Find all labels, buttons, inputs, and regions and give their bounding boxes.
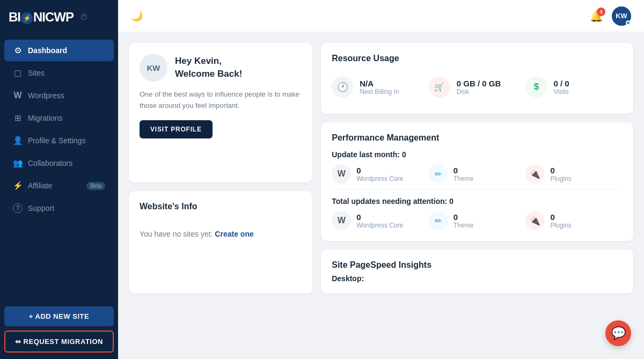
- pagespeed-title: Site PageSpeed Insights: [332, 260, 623, 270]
- welcome-avatar: KW: [140, 54, 167, 82]
- header-left: 🌙: [131, 10, 143, 22]
- attention-title: Total updates needing attention: 0: [332, 197, 623, 206]
- online-indicator: [626, 20, 631, 25]
- divider: [332, 189, 623, 189]
- perf-item-theme-2: ✏ 0 Theme: [429, 211, 526, 230]
- plugin-2-label: Plugins: [550, 222, 571, 229]
- theme-2-info: 0 Theme: [453, 213, 473, 229]
- resource-item-disk: 🛒 0 GB / 0 GB Disk: [429, 71, 526, 103]
- header: 🌙 🔔 3 KW: [118, 0, 644, 32]
- theme-info: 0 Theme: [453, 166, 473, 182]
- theme-icon: ✏: [429, 164, 448, 184]
- welcome-title: Hey Kevin, Welcome Back!: [175, 55, 242, 80]
- collaborators-icon: 👥: [13, 158, 23, 168]
- content-area: KW Hey Kevin, Welcome Back! One of the b…: [118, 32, 644, 359]
- pagespeed-card: Site PageSpeed Insights Desktop:: [321, 250, 633, 294]
- main-content: 🌙 🔔 3 KW KW Hey Kevin,: [118, 0, 644, 359]
- theme-count: 0: [453, 166, 473, 175]
- sidebar-item-label: Dashboard: [28, 46, 67, 55]
- logo-text: BI⚡NICWP: [9, 10, 74, 25]
- wp-core-2-count: 0: [356, 213, 403, 222]
- affiliate-icon: ⚡: [13, 181, 23, 191]
- resource-item-visits: $ 0 / 0 Visits: [525, 71, 623, 103]
- migrations-icon: ⊞: [13, 113, 23, 123]
- sidebar-item-wordpress[interactable]: W Wordpress: [4, 85, 114, 106]
- resource-item-billing: 🕐 N/A Next Billing In: [332, 71, 429, 103]
- wordpress-icon: W: [13, 91, 23, 100]
- sidebar-item-collaborators[interactable]: 👥 Collaborators: [4, 152, 114, 174]
- sidebar-item-affiliate[interactable]: ⚡ Affiliate Beta: [4, 175, 114, 196]
- dark-mode-icon[interactable]: 🌙: [131, 10, 143, 22]
- perf-item-theme: ✏ 0 Theme: [429, 164, 526, 184]
- sidebar-item-label: Support: [28, 204, 54, 213]
- welcome-sub-greeting: Welcome Back!: [175, 69, 242, 79]
- clock-icon: ⏱: [80, 13, 87, 21]
- sidebar-item-migrations[interactable]: ⊞ Migrations: [4, 107, 114, 129]
- billing-value: N/A: [360, 79, 399, 88]
- plugin-info: 0 Plugins: [550, 166, 571, 182]
- sidebar-item-label: Wordpress: [28, 91, 64, 100]
- wp-core-icon-2: W: [332, 211, 351, 230]
- sidebar-item-label: Migrations: [28, 114, 63, 122]
- disk-label: Disk: [457, 88, 501, 96]
- no-sites-label: You have no sites yet.: [140, 230, 213, 238]
- no-sites-text: You have no sites yet. Create one: [140, 219, 302, 249]
- wp-core-count: 0: [356, 166, 403, 175]
- welcome-quote: One of the best ways to influence people…: [140, 89, 302, 112]
- welcome-avatar-initials: KW: [147, 63, 160, 72]
- header-right: 🔔 3 KW: [590, 6, 631, 26]
- billing-info: N/A Next Billing In: [360, 79, 399, 96]
- plugin-icon: 🔌: [525, 164, 545, 184]
- last-month-title: Update last month: 0: [332, 150, 623, 159]
- support-icon: ?: [13, 203, 23, 213]
- welcome-text: Hey Kevin, Welcome Back!: [175, 55, 242, 80]
- sidebar-item-sites[interactable]: ▢ Sites: [4, 62, 114, 84]
- plugin-label: Plugins: [550, 175, 571, 182]
- performance-card: Performance Management Update last month…: [321, 122, 633, 241]
- sidebar-item-label: Affiliate: [28, 181, 53, 190]
- visits-icon: $: [525, 76, 547, 98]
- resource-items: 🕐 N/A Next Billing In 🛒 0 GB / 0 GB Disk: [332, 71, 623, 103]
- perf-item-plugins: 🔌 0 Plugins: [525, 164, 623, 184]
- right-column: Resource Usage 🕐 N/A Next Billing In 🛒 0…: [321, 43, 633, 294]
- sidebar-item-profile-settings[interactable]: 👤 Profile & Settings: [4, 130, 114, 151]
- wp-core-2-info: 0 Wordpress Core: [356, 213, 403, 229]
- billing-icon: 🕐: [332, 76, 353, 98]
- resource-usage-title: Resource Usage: [332, 54, 623, 63]
- attention-items: W 0 Wordpress Core ✏ 0 Theme: [332, 211, 623, 230]
- theme-icon-2: ✏: [429, 211, 448, 230]
- plugin-icon-2: 🔌: [525, 211, 545, 230]
- create-site-link[interactable]: Create one: [215, 230, 253, 238]
- sidebar-item-dashboard[interactable]: ⊙ Dashboard: [4, 40, 114, 61]
- chat-bubble[interactable]: 💬: [605, 320, 631, 346]
- visit-profile-button[interactable]: VISIT PROFILE: [140, 120, 213, 138]
- user-avatar[interactable]: KW: [612, 6, 631, 26]
- website-info-title: Website's Info: [140, 202, 302, 211]
- avatar-initials: KW: [616, 12, 627, 20]
- resource-usage-card: Resource Usage 🕐 N/A Next Billing In 🛒 0…: [321, 43, 633, 114]
- visits-value: 0 / 0: [553, 79, 569, 88]
- plugin-count: 0: [550, 166, 571, 175]
- add-new-site-button[interactable]: + ADD NEW SITE: [4, 306, 114, 326]
- sidebar-nav: ⊙ Dashboard ▢ Sites W Wordpress ⊞ Migrat…: [0, 34, 118, 300]
- affiliate-badge: Beta: [86, 182, 105, 190]
- visits-label: Visits: [553, 88, 569, 96]
- sidebar-bottom: + ADD NEW SITE ⇔ REQUEST MIGRATION: [0, 300, 118, 359]
- notification-button[interactable]: 🔔 3: [590, 10, 603, 23]
- performance-title: Performance Management: [332, 133, 623, 143]
- plugin-2-count: 0: [550, 213, 571, 222]
- welcome-card: KW Hey Kevin, Welcome Back! One of the b…: [129, 43, 312, 182]
- perf-item-wp-core-2: W 0 Wordpress Core: [332, 211, 429, 230]
- wp-core-icon: W: [332, 164, 351, 184]
- sidebar-item-support[interactable]: ? Support: [4, 197, 114, 219]
- wp-core-label: Wordpress Core: [356, 175, 403, 182]
- request-migration-button[interactable]: ⇔ REQUEST MIGRATION: [4, 331, 114, 353]
- welcome-header: KW Hey Kevin, Welcome Back!: [140, 54, 302, 82]
- sidebar-item-label: Collaborators: [28, 159, 72, 167]
- theme-label: Theme: [453, 175, 473, 182]
- theme-2-label: Theme: [453, 222, 473, 229]
- pagespeed-desktop: Desktop:: [332, 274, 623, 283]
- perf-item-wp-core: W 0 Wordpress Core: [332, 164, 429, 184]
- website-info-card: Website's Info You have no sites yet. Cr…: [129, 191, 312, 294]
- profile-icon: 👤: [13, 136, 23, 145]
